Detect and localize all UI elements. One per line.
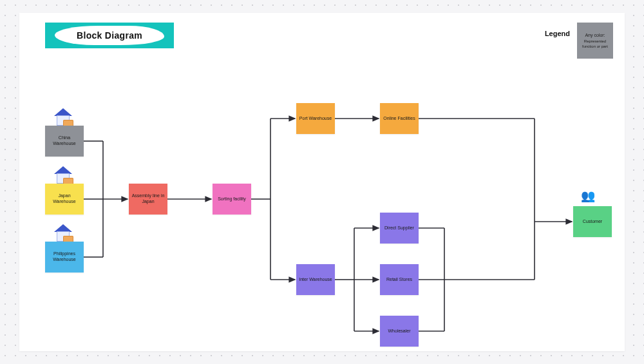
legend-label: Legend — [545, 30, 570, 37]
node-label: China Warehouse — [47, 135, 82, 147]
node-japan-warehouse[interactable]: Japan Warehouse — [45, 184, 84, 215]
node-china-warehouse[interactable]: China Warehouse — [45, 126, 84, 157]
node-online-facilities[interactable]: Online Facilities — [380, 103, 419, 134]
legend-box-caption: Represented function or part — [579, 39, 611, 50]
legend-box-title: Any color: — [585, 32, 605, 38]
people-icon: 👥 — [581, 190, 595, 202]
node-label: Sorting facility — [218, 196, 246, 202]
node-label: Philippines Warehouse — [47, 251, 82, 263]
node-philippines-warehouse[interactable]: Philippines Warehouse — [45, 242, 84, 273]
node-label: Japan Warehouse — [47, 193, 82, 205]
node-label: Customer — [583, 219, 602, 225]
node-label: Retail Stores — [386, 277, 412, 283]
node-inter-warehouse[interactable]: Inter Warehouse — [296, 264, 335, 295]
node-port-warehouse[interactable]: Port Warehouse — [296, 103, 335, 134]
node-assembly-line[interactable]: Assembly line in Japan — [129, 184, 167, 215]
connectors — [19, 13, 625, 351]
node-retail-stores[interactable]: Retail Stores — [380, 264, 419, 295]
title-banner: Block Diagram — [45, 23, 174, 48]
node-label: Inter Warehouse — [299, 277, 332, 283]
node-direct-supplier[interactable]: Direct Supplier — [380, 213, 419, 244]
node-label: Port Warehouse — [299, 116, 332, 122]
node-customer[interactable]: Customer — [573, 206, 612, 237]
node-wholesaler[interactable]: Wholesaler — [380, 316, 419, 347]
node-label: Wholesaler — [388, 329, 410, 334]
node-sorting-facility[interactable]: Sorting facility — [213, 184, 251, 215]
diagram-title: Block Diagram — [77, 30, 142, 41]
node-label: Direct Supplier — [384, 225, 414, 231]
diagram-canvas: Block Diagram Legend Any color: Represen… — [19, 13, 625, 351]
node-label: Online Facilities — [383, 116, 415, 122]
legend-box: Any color: Represented function or part — [577, 23, 613, 59]
node-label: Assembly line in Japan — [131, 193, 166, 205]
